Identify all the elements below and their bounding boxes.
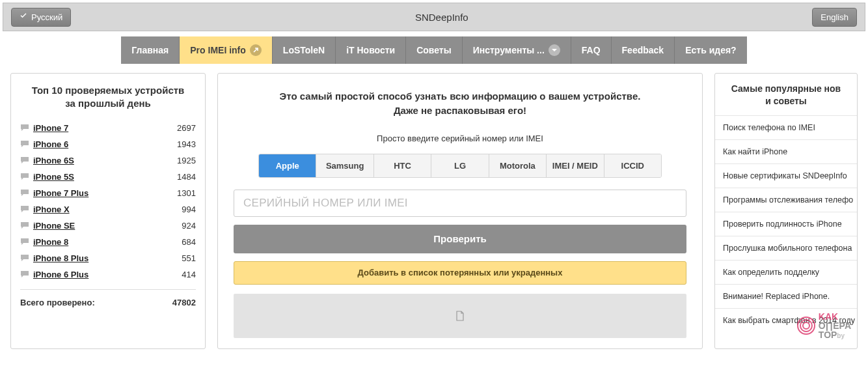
comment-icon [20, 173, 29, 180]
brand-tab[interactable]: HTC [374, 154, 431, 177]
nav-tab-label: Pro IMEI info [190, 45, 246, 55]
serial-input[interactable] [234, 190, 686, 217]
comment-icon [20, 238, 29, 246]
check-icon [20, 12, 27, 22]
device-link[interactable]: iPhone SE [20, 221, 75, 231]
nav-tab[interactable]: FAQ [571, 36, 612, 64]
popular-item[interactable]: Поиск телефона по IMEI [715, 115, 857, 139]
device-row: iPhone X994 [20, 201, 196, 218]
check-button[interactable]: Проверить [234, 225, 686, 253]
device-count: 414 [182, 270, 196, 279]
lang-ru-label: Русский [31, 12, 62, 22]
brand-tab[interactable]: IMEI / MEID [547, 154, 604, 177]
comment-icon [20, 140, 29, 148]
nav-tab[interactable]: Советы [406, 36, 463, 64]
device-name: iPhone SE [33, 221, 75, 231]
brand-tab[interactable]: LG [431, 154, 489, 177]
device-link[interactable]: iPhone 5S [20, 172, 74, 182]
device-link[interactable]: iPhone 6 Plus [20, 270, 88, 279]
device-row: iPhone 8684 [20, 234, 196, 250]
top-devices-title: Топ 10 проверяемых устройств за прошлый … [20, 84, 196, 111]
device-link[interactable]: iPhone 8 [20, 237, 68, 247]
device-count: 994 [182, 205, 196, 214]
total-label: Всего проверено: [20, 298, 95, 307]
device-name: iPhone 8 Plus [33, 253, 88, 263]
external-link-icon [250, 44, 262, 56]
device-link[interactable]: iPhone X [20, 205, 70, 214]
comment-icon [20, 254, 29, 262]
brand-tabs: AppleSamsungHTCLGMotorolaIMEI / MEIDICCI… [258, 154, 662, 178]
popular-item[interactable]: Как найти iPhone [715, 139, 857, 163]
device-row: iPhone 8 Plus551 [20, 250, 196, 266]
device-link[interactable]: iPhone 7 Plus [20, 188, 88, 198]
popular-item[interactable]: Как определить подделку [715, 260, 857, 284]
comment-icon [20, 205, 29, 213]
nav-tab[interactable]: Есть идея? [675, 36, 746, 64]
nav-tab[interactable]: Инструменты ... [463, 36, 571, 64]
nav-tab[interactable]: Pro IMEI info [180, 36, 273, 64]
popular-item[interactable]: Проверить подлинность iPhone [715, 212, 857, 236]
sub-headline: Просто введите серийный номер или IMEI [234, 134, 686, 143]
nav-tab[interactable]: Главная [121, 36, 180, 64]
popular-item[interactable]: Прослушка мобильного телефона [715, 236, 857, 260]
device-count: 2697 [177, 123, 196, 133]
device-row: iPhone 61943 [20, 136, 196, 152]
device-count: 1484 [177, 172, 196, 182]
device-row: iPhone SE924 [20, 218, 196, 234]
device-name: iPhone 6 [33, 139, 68, 149]
comment-icon [20, 270, 29, 278]
nav-tab-label: LoSToleN [283, 45, 325, 55]
brand-tab[interactable]: Apple [259, 154, 316, 177]
comment-icon [20, 124, 29, 132]
popular-item[interactable]: Новые сертификаты SNDeepInfo [715, 163, 857, 188]
device-count: 924 [182, 221, 196, 231]
device-name: iPhone 7 Plus [33, 188, 88, 198]
device-count: 1925 [177, 156, 196, 165]
total-row: Всего проверено: 47802 [20, 289, 196, 307]
popular-list: Поиск телефона по IMEIКак найти iPhoneНо… [715, 115, 857, 332]
popular-item[interactable]: Программы отслеживания телефо [715, 188, 857, 212]
add-lost-button[interactable]: Добавить в список потерянных или украден… [234, 261, 686, 285]
nav-tab-label: FAQ [582, 45, 601, 55]
comment-icon [20, 189, 29, 197]
nav-tab-label: Советы [416, 45, 452, 55]
device-link[interactable]: iPhone 6S [20, 156, 74, 165]
device-name: iPhone 6 Plus [33, 270, 88, 279]
lang-ru-button[interactable]: Русский [11, 8, 71, 27]
nav-tab[interactable]: Feedback [612, 36, 675, 64]
top-devices-panel: Топ 10 проверяемых устройств за прошлый … [10, 73, 206, 349]
brand-tab[interactable]: Samsung [316, 154, 373, 177]
device-name: iPhone 6S [33, 156, 74, 165]
nav-tab-label: Инструменты ... [473, 45, 545, 55]
popular-panel: Самые популярные нов и советы Поиск теле… [714, 73, 858, 349]
lang-en-label: English [821, 12, 848, 22]
site-title: SNDeepInfo [415, 12, 468, 23]
headline: Это самый простой способ узнать всю инфо… [234, 89, 686, 118]
device-list: iPhone 72697iPhone 61943iPhone 6S1925iPh… [20, 120, 196, 283]
main-panel: Это самый простой способ узнать всю инфо… [217, 73, 703, 349]
device-link[interactable]: iPhone 7 [20, 123, 68, 133]
lang-en-button[interactable]: English [812, 8, 857, 27]
comment-icon [20, 221, 29, 229]
main-nav: ГлавнаяPro IMEI infoLoSToleNiT НовостиСо… [0, 36, 868, 64]
device-count: 1301 [177, 188, 196, 198]
popular-item[interactable]: Как выбрать смартфон в 2014 году [715, 308, 857, 332]
ad-placeholder [234, 294, 686, 338]
device-link[interactable]: iPhone 8 Plus [20, 253, 88, 263]
total-value: 47802 [172, 298, 196, 307]
comment-icon [20, 156, 29, 164]
document-icon [455, 311, 465, 321]
brand-tab[interactable]: ICCID [604, 154, 661, 177]
device-count: 684 [182, 237, 196, 247]
brand-tab[interactable]: Motorola [489, 154, 547, 177]
nav-tab-label: Есть идея? [685, 45, 736, 55]
nav-tab[interactable]: iT Новости [336, 36, 406, 64]
popular-item[interactable]: Внимание! Replaced iPhone. [715, 284, 857, 308]
nav-tab[interactable]: LoSToleN [273, 36, 336, 64]
device-name: iPhone X [33, 205, 70, 214]
topbar: Русский SNDeepInfo English [3, 3, 865, 31]
device-row: iPhone 6 Plus414 [20, 266, 196, 283]
device-link[interactable]: iPhone 6 [20, 139, 68, 149]
popular-title: Самые популярные нов и советы [715, 83, 857, 115]
device-name: iPhone 5S [33, 172, 74, 182]
